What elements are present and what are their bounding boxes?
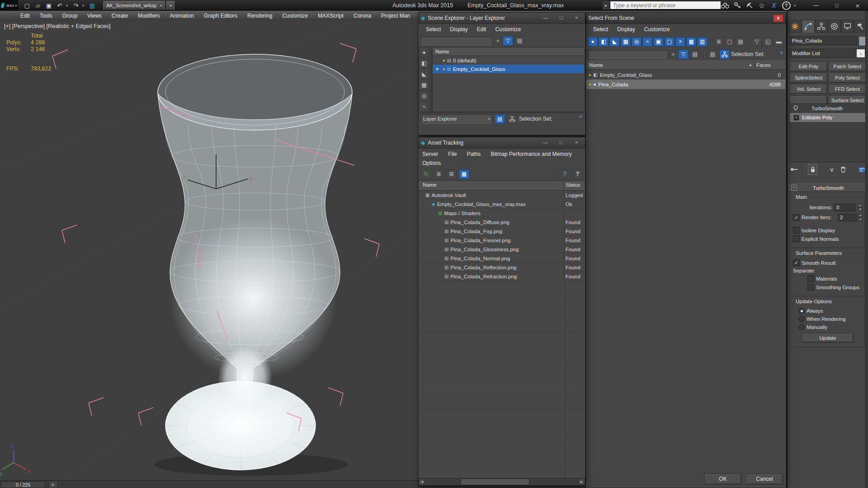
sfs-filter-helpers-icon[interactable]: ◎ [632, 37, 642, 47]
menu-rendering[interactable]: Rendering [242, 11, 277, 21]
sfs-filter-lights-icon[interactable]: ◣ [609, 37, 619, 47]
always-radio[interactable] [798, 308, 805, 314]
se-menu-select[interactable]: Select [421, 25, 445, 33]
menu-customize[interactable]: Customize [277, 11, 313, 21]
sfs-filter-geometry-icon[interactable]: ● [588, 37, 598, 47]
se-toggle-geometry-icon[interactable]: ● [419, 47, 429, 57]
spinner-up-icon[interactable]: ▴ [859, 213, 863, 217]
app-close-button[interactable]: × [847, 0, 868, 11]
menu-maxscript[interactable]: MAXScript [313, 11, 349, 21]
sfs-faces-column-header[interactable]: Faces [754, 60, 785, 70]
command-panel-scrollbar[interactable] [865, 11, 868, 488]
scrollbar-thumb[interactable] [461, 479, 529, 485]
se-search-input[interactable] [420, 37, 493, 45]
table-row[interactable]: ▨Maps / Shaders [419, 209, 585, 218]
sfs-detail-view-icon[interactable]: ▤ [736, 37, 745, 47]
lock-stack-icon[interactable] [808, 164, 817, 175]
at-refresh-icon[interactable]: ↻ [421, 169, 431, 179]
max-logo-button[interactable]: MAX ▾ [0, 0, 18, 11]
sfs-hierarchy-mode-icon[interactable] [719, 50, 730, 59]
ffd-select-button[interactable]: FFD Select [829, 84, 866, 94]
favorites-star-icon[interactable]: ☆ [757, 1, 766, 10]
scene-explorer-minimize-button[interactable]: — [539, 14, 552, 22]
sfs-name-column-header[interactable]: Name ▲ [586, 60, 754, 70]
at-help-icon[interactable]: ? [560, 169, 570, 179]
tab-display[interactable] [841, 20, 854, 33]
scroll-left-icon[interactable]: ◄ [419, 479, 425, 485]
table-row[interactable]: ▧Pina_Colada_Normal.png Found [419, 254, 585, 263]
cancel-button[interactable]: Cancel [746, 474, 783, 484]
spinner-up-icon[interactable]: ▴ [858, 203, 863, 207]
se-toggle-lights-icon[interactable]: ◣ [419, 69, 429, 79]
asset-tracking-titlebar[interactable]: ◆ Asset Tracking — □ × [419, 137, 585, 149]
ok-button[interactable]: OK [704, 474, 741, 484]
stack-item-turbosmooth[interactable]: TurboSmooth [790, 104, 867, 113]
se-overflow-chevrons-icon[interactable]: » [579, 113, 582, 119]
isoline-display-checkbox[interactable] [793, 227, 800, 234]
new-file-icon[interactable]: ▢ [23, 1, 32, 10]
sfs-funnel-box-icon[interactable]: ◱ [763, 37, 773, 47]
stack-item-editable-poly[interactable]: + Editable Poly [790, 113, 867, 122]
sfs-filter-shapes-icon[interactable]: ◧ [599, 37, 609, 47]
se-name-column-header[interactable]: Name [433, 47, 584, 56]
render-iters-field[interactable]: 2 [838, 214, 857, 221]
sfs-filter-bones-icon[interactable]: > [675, 37, 685, 47]
frame-counter[interactable]: 0 / 225 [1, 481, 45, 488]
sfs-funnel-icon[interactable]: ▽ [752, 37, 762, 47]
sfs-clear-search-icon[interactable]: × [670, 51, 677, 58]
menu-edit[interactable]: Edit [15, 11, 35, 21]
menu-corona[interactable]: Corona [349, 11, 376, 21]
asset-tracking-minimize-button[interactable]: — [539, 139, 552, 147]
binoculars-icon[interactable] [721, 1, 730, 10]
layer-visibility-bulb-icon[interactable]: ● [443, 67, 445, 71]
exchange-apps-icon[interactable]: X [769, 1, 778, 10]
open-trackbar-icon[interactable]: ▸ [49, 481, 57, 488]
at-menu-options[interactable]: Options [422, 159, 445, 167]
explorer-type-dropdown[interactable]: Layer Explorer ▾ [420, 114, 493, 124]
object-visibility-bulb-icon[interactable]: ● [589, 82, 591, 87]
spline-select-button[interactable]: SplineSelect [790, 73, 827, 83]
when-rendering-radio[interactable] [798, 316, 805, 322]
asset-tracking-maximize-button[interactable]: □ [555, 139, 567, 147]
se-add-layer-icon[interactable]: ▤ [514, 36, 525, 46]
at-menu-file[interactable]: File [443, 150, 461, 158]
scene-explorer-titlebar[interactable]: ◆ Scene Explorer - Layer Explorer — □ × [419, 13, 585, 24]
sfs-menu-customize[interactable]: Customize [640, 25, 675, 33]
menu-modifiers[interactable]: Modifiers [133, 11, 165, 21]
sfs-filter-xrefs-icon[interactable]: ▢ [665, 37, 675, 47]
save-file-icon[interactable]: ▣ [44, 1, 53, 10]
open-file-icon[interactable]: ▱ [33, 1, 42, 10]
table-row[interactable]: ▧Pina_Colada_Diffuse.png Found [419, 218, 585, 227]
help-caret-icon[interactable]: ▾ [794, 4, 797, 8]
workspace-extra-dropdown[interactable]: ▾ [166, 1, 175, 10]
render-iters-spinner[interactable]: ▴▾ [859, 213, 863, 221]
render-iters-checkbox[interactable]: ✓ [793, 214, 800, 221]
menu-group[interactable]: Group [57, 11, 82, 21]
table-row[interactable]: ▧Pina_Colada_Fog.png Found [419, 227, 585, 236]
menu-graph-editors[interactable]: Graph Editors [199, 11, 242, 21]
se-menu-customize[interactable]: Customize [491, 25, 525, 33]
at-name-column-header[interactable]: Name [419, 181, 563, 190]
at-menu-server[interactable]: Server [422, 150, 443, 158]
table-row[interactable]: ▧Pina_Colada_Refraction.png Found [419, 272, 585, 281]
modifier-bulb-icon[interactable] [793, 105, 798, 112]
tab-modify[interactable] [802, 20, 815, 33]
patch-select-button[interactable]: Patch Select [829, 61, 866, 71]
scene-explorer-maximize-button[interactable]: □ [555, 14, 567, 22]
object-name-field[interactable]: Pina_Colada [789, 36, 857, 45]
table-row[interactable]: ▧Pina_Colada_Fresnel.png Found [419, 236, 585, 245]
se-toggle-shapes-icon[interactable]: ◧ [419, 58, 429, 68]
iterations-field[interactable]: 0 [834, 204, 856, 211]
satellite-icon[interactable] [745, 1, 754, 10]
materials-checkbox[interactable] [807, 275, 814, 282]
explicit-normals-checkbox[interactable] [793, 235, 800, 242]
sfs-filter-groups-icon[interactable]: ▣ [653, 37, 663, 47]
layer-visibility-bulb-icon[interactable]: ● [443, 58, 445, 63]
smoothing-groups-checkbox[interactable] [807, 284, 814, 291]
spinner-down-icon[interactable]: ▾ [858, 207, 863, 211]
se-filter-funnel-icon[interactable]: ▽ [503, 36, 513, 46]
sfs-add-layer-icon[interactable]: ▤ [690, 50, 700, 59]
redo-icon[interactable]: ↷ [71, 1, 80, 10]
se-toggle-cameras-icon[interactable]: ▦ [419, 80, 429, 90]
at-list-view-icon[interactable]: ≣ [434, 169, 444, 179]
